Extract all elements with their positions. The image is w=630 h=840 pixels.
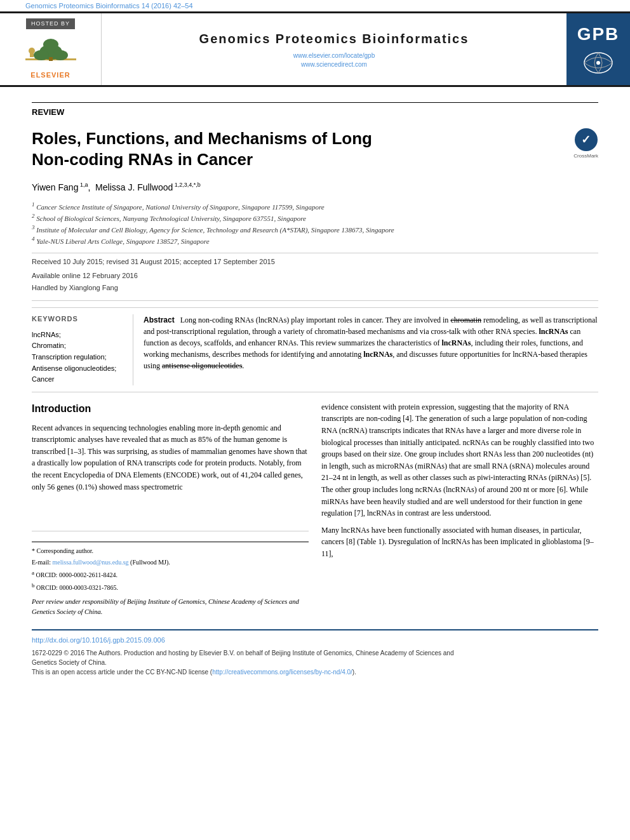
- left-column: Introduction Recent advances in sequenci…: [32, 401, 309, 621]
- footnote-corresponding: * Corresponding author.: [32, 546, 309, 556]
- cc-license-link[interactable]: http://creativecommons.org/licenses/by-n…: [212, 669, 352, 676]
- divider-2: [32, 300, 598, 301]
- antisense-strikethrough: antisense oligonucleotides: [162, 361, 242, 370]
- author1-name: Yiwen Fang: [32, 182, 78, 192]
- crossmark-icon: ✓: [575, 128, 598, 151]
- two-column-body: Introduction Recent advances in sequenci…: [32, 401, 598, 621]
- keywords-title: KEYWORDS: [32, 314, 125, 324]
- content-area: REVIEW Roles, Functions, and Mechanisms …: [0, 87, 630, 690]
- footnote-b-orcid: b ORCID: 0000-0003-0321-7865.: [32, 582, 309, 592]
- footnote-a-orcid: a ORCID: 0000-0002-2611-8424.: [32, 569, 309, 580]
- keywords-box: KEYWORDS lncRNAs; Chromatin; Transcripti…: [32, 314, 133, 385]
- doi-link[interactable]: http://dx.doi.org/10.1016/j.gpb.2015.09.…: [32, 636, 165, 644]
- keyword-4: Antisense oligonucleotides;: [32, 363, 125, 375]
- gpb-box: GPB: [566, 13, 630, 85]
- abstract-section: KEYWORDS lncRNAs; Chromatin; Transcripti…: [32, 307, 598, 392]
- chromatin-strikethrough: chromatin: [450, 316, 481, 324]
- affiliation-2: 2 School of Biological Sciences, Nanyang…: [32, 212, 598, 223]
- right-column: evidence consistent with protein express…: [321, 401, 598, 621]
- author2-name: Melissa J. Fullwood: [95, 182, 173, 192]
- keyword-5: Cancer: [32, 374, 125, 385]
- title-row: Roles, Functions, and Mechanisms of Long…: [32, 123, 598, 177]
- lncrnas-bold-3: lncRNAs: [363, 350, 392, 359]
- copyright-text: 1672-0229 © 2016 The Authors. Production…: [32, 648, 598, 677]
- elsevier-box: HOSTED BY ELSEVIER: [0, 13, 102, 85]
- crossmark-badge[interactable]: ✓ CrossMark: [573, 128, 598, 159]
- article-title: Roles, Functions, and Mechanisms of Long…: [32, 123, 372, 177]
- journal-title-box: Genomics Proteomics Bioinformatics www.e…: [102, 13, 566, 85]
- journal-title: Genomics Proteomics Bioinformatics: [199, 30, 469, 48]
- author2-sup: 1,2,3,4,*,b: [173, 182, 201, 188]
- peer-review-note: Peer review under responsibility of Beij…: [32, 597, 309, 617]
- right-paragraph-2: Many lncRNAs have been functionally asso…: [321, 524, 598, 560]
- footnote-email: E-mail: melissa.fullwood@nus.edu.sg (Ful…: [32, 557, 309, 567]
- keyword-2: Chromatin;: [32, 340, 125, 352]
- gpb-icon: [579, 49, 617, 77]
- author1-sup: 1,a: [78, 182, 88, 188]
- handled-line: Handled by Xianglong Fang: [32, 283, 598, 293]
- crossmark-label: CrossMark: [573, 152, 598, 159]
- journal-header: HOSTED BY ELSEVIER Genomics Proteomics B…: [0, 11, 630, 87]
- review-label: REVIEW: [32, 102, 598, 118]
- dates-online: Available online 12 February 2016: [32, 271, 598, 281]
- article-title-text: Roles, Functions, and Mechanisms of Long…: [32, 128, 372, 170]
- journal-links: www.elsevier.com/locate/gpb www.scienced…: [293, 51, 375, 69]
- keyword-1: lncRNAs;: [32, 330, 125, 341]
- svg-point-9: [596, 61, 600, 65]
- journal-url2: www.sciencedirect.com: [293, 60, 375, 69]
- svg-rect-7: [30, 52, 34, 57]
- elsevier-logo-image: [22, 33, 79, 68]
- keyword-3: Transcription regulation;: [32, 352, 125, 363]
- lncrnas-bold-2: lncRNAs: [441, 338, 471, 347]
- affiliation-1: 1 Cancer Science Institute of Singapore,…: [32, 201, 598, 212]
- top-link-bar: Genomics Proteomics Bioinformatics 14 (2…: [0, 0, 630, 11]
- journal-citation: Genomics Proteomics Bioinformatics 14 (2…: [0, 0, 218, 13]
- intro-paragraph-1: Recent advances in sequencing technologi…: [32, 422, 309, 493]
- svg-point-3: [53, 50, 68, 60]
- hosted-by-badge: HOSTED BY: [26, 18, 75, 29]
- right-paragraph-1: evidence consistent with protein express…: [321, 401, 598, 519]
- abstract-label: Abstract: [144, 316, 175, 324]
- affiliation-3: 3 Institute of Molecular and Cell Biolog…: [32, 223, 598, 235]
- copyright-line-1: 1672-0229 © 2016 The Authors. Production…: [32, 648, 598, 658]
- svg-point-4: [43, 39, 58, 50]
- gpb-letters: GPB: [577, 22, 620, 46]
- affiliation-4: 4 Yale-NUS Liberal Arts College, Singapo…: [32, 235, 598, 246]
- divider-1: [32, 253, 598, 253]
- abstract-content: Abstract Long non-coding RNAs (lncRNAs) …: [144, 314, 598, 385]
- footnote-email-address[interactable]: melissa.fullwood@nus.edu.sg: [53, 559, 129, 566]
- authors-line: Yiwen Fang 1,a, Melissa J. Fullwood 1,2,…: [32, 181, 598, 194]
- open-access-line: This is an open access article under the…: [32, 667, 598, 677]
- dates-received: Received 10 July 2015; revised 31 August…: [32, 257, 598, 267]
- copyright-line-2: Genetics Society of China.: [32, 658, 598, 667]
- svg-rect-5: [49, 57, 53, 61]
- footnotes-area: * Corresponding author. E-mail: melissa.…: [32, 542, 309, 593]
- elsevier-name: ELSEVIER: [30, 70, 70, 80]
- lncrnas-bold-1: lncRNAs: [539, 327, 568, 336]
- affiliations: 1 Cancer Science Institute of Singapore,…: [32, 201, 598, 247]
- footnotes-divider: [32, 531, 309, 531]
- bottom-links-area: http://dx.doi.org/10.1016/j.gpb.2015.09.…: [32, 629, 598, 677]
- journal-url1: www.elsevier.com/locate/gpb: [293, 51, 375, 60]
- introduction-title: Introduction: [32, 401, 309, 417]
- svg-point-2: [34, 50, 49, 60]
